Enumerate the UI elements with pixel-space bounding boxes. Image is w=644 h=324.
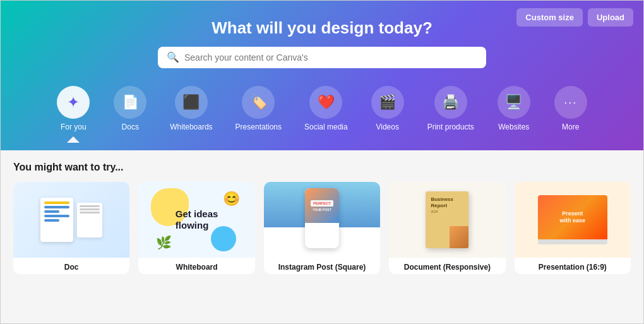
sm-line-1 — [80, 205, 100, 207]
docs-label: Docs — [122, 123, 139, 131]
wb-content: 😊 🌿 Get ideasflowing — [138, 182, 254, 258]
wb-leaf-icon: 🌿 — [156, 235, 172, 250]
social-media-label: Social media — [304, 123, 348, 131]
print-products-label: Print products — [427, 123, 474, 131]
dr-book: BusinessReport 2024 — [426, 191, 468, 248]
doc-page-main — [40, 198, 73, 242]
presentation-card[interactable]: Presentwith ease Presentation (16:9) — [515, 182, 631, 274]
sidebar-item-for-you[interactable]: ✦ For you — [45, 81, 102, 148]
more-icon: ··· — [554, 86, 587, 119]
sidebar-item-whiteboards[interactable]: ⬛ Whiteboards — [158, 81, 224, 148]
whiteboard-card-label: Whiteboard — [138, 258, 254, 274]
sidebar-item-more[interactable]: ··· More — [542, 81, 599, 148]
sidebar-item-videos[interactable]: 🎬 Videos — [359, 81, 416, 148]
doc-line-1 — [44, 201, 69, 204]
search-input[interactable] — [184, 52, 477, 63]
doc-card-thumb — [13, 182, 129, 258]
wb-text: Get ideasflowing — [176, 208, 218, 231]
hero-title: What will you design today? — [212, 18, 432, 38]
custom-size-button[interactable]: Custom size — [516, 8, 583, 27]
doc-page-secondary — [77, 203, 102, 237]
print-products-icon: 🖨️ — [434, 86, 467, 119]
for-you-icon: ✦ — [57, 86, 90, 119]
categories-row: ✦ For you 📄 Docs ⬛ Whiteboards 🏷️ Presen… — [13, 81, 631, 150]
websites-label: Websites — [498, 123, 529, 131]
document-responsive-card[interactable]: BusinessReport 2024 Document (Responsive… — [389, 182, 505, 274]
pres-screen: Presentwith ease — [538, 195, 607, 239]
ig-banner: PERFECT YOUR POST — [305, 188, 339, 223]
doc-line-3 — [44, 210, 59, 213]
whiteboard-card-thumb: 😊 🌿 Get ideasflowing — [138, 182, 254, 258]
videos-icon: 🎬 — [371, 86, 404, 119]
docs-icon: 📄 — [114, 86, 146, 119]
presentations-icon: 🏷️ — [242, 86, 275, 119]
instagram-card-thumb: PERFECT YOUR POST — [264, 182, 380, 258]
search-bar: 🔍 — [158, 47, 486, 68]
doc-line-4 — [44, 215, 69, 217]
instagram-card-label: Instagram Post (Square) — [264, 258, 380, 274]
ig-sub: YOUR POST — [313, 208, 331, 212]
websites-icon: 🖥️ — [498, 86, 530, 119]
sm-line-2 — [80, 208, 100, 210]
presentations-label: Presentations — [236, 123, 282, 131]
whiteboard-card[interactable]: 😊 🌿 Get ideasflowing Whiteboard — [138, 182, 254, 274]
search-icon: 🔍 — [167, 52, 179, 63]
section-title: You might want to try... — [13, 162, 631, 173]
videos-label: Videos — [376, 123, 398, 131]
whiteboards-label: Whiteboards — [170, 123, 212, 131]
social-media-icon: ❤️ — [309, 86, 342, 119]
active-indicator — [67, 136, 80, 143]
app-container: Custom size Upload What will you design … — [0, 0, 644, 324]
instagram-card[interactable]: PERFECT YOUR POST Instagram Post (Square… — [264, 182, 380, 274]
dr-sub: 2024 — [431, 210, 463, 213]
pres-laptop: Presentwith ease — [538, 195, 607, 244]
cards-row: Doc 😊 🌿 Get ideasflowing Whiteboard — [13, 182, 631, 274]
wb-smiley-icon: 😊 — [223, 191, 240, 207]
doc-line-2 — [44, 206, 69, 208]
presentation-card-label: Presentation (16:9) — [515, 258, 631, 274]
dr-image — [450, 226, 468, 248]
doc-line-5 — [44, 219, 59, 222]
hero-section: Custom size Upload What will you design … — [1, 1, 643, 150]
upload-button[interactable]: Upload — [588, 8, 633, 27]
pres-text: Presentwith ease — [560, 210, 586, 224]
document-responsive-card-thumb: BusinessReport 2024 — [389, 182, 505, 258]
ig-badge: PERFECT — [311, 200, 333, 207]
ig-phone: PERFECT YOUR POST — [305, 188, 339, 248]
for-you-label: For you — [61, 123, 86, 131]
document-responsive-card-label: Document (Responsive) — [389, 258, 505, 274]
sm-line-3 — [80, 212, 100, 213]
hero-top-buttons: Custom size Upload — [516, 8, 633, 27]
doc-card[interactable]: Doc — [13, 182, 129, 274]
more-label: More — [562, 123, 579, 131]
doc-card-label: Doc — [13, 258, 129, 274]
whiteboards-icon: ⬛ — [175, 86, 208, 119]
sidebar-item-docs[interactable]: 📄 Docs — [102, 81, 158, 148]
dr-title: BusinessReport — [431, 196, 463, 208]
sidebar-item-social-media[interactable]: ❤️ Social media — [293, 81, 359, 148]
sidebar-item-websites[interactable]: 🖥️ Websites — [486, 81, 542, 148]
sidebar-item-presentations[interactable]: 🏷️ Presentations — [224, 81, 293, 148]
main-content: You might want to try... — [1, 150, 643, 323]
pres-base — [538, 239, 607, 244]
presentation-card-thumb: Presentwith ease — [515, 182, 631, 258]
sidebar-item-print-products[interactable]: 🖨️ Print products — [416, 81, 486, 148]
